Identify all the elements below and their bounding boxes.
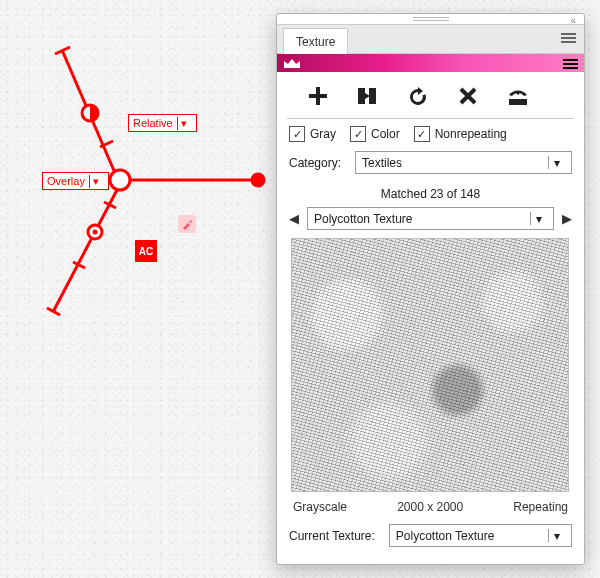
reload-icon[interactable] [405, 84, 431, 108]
panel-titlebar[interactable]: « [277, 14, 584, 24]
tab-texture[interactable]: Texture [283, 28, 348, 54]
caret-down-icon: ▾ [548, 529, 565, 542]
info-repeat: Repeating [513, 500, 568, 514]
current-texture-label: Current Texture: [289, 529, 375, 543]
caret-down-icon: ▾ [89, 175, 102, 188]
caret-down-icon: ▾ [177, 117, 190, 130]
caret-down-icon: ▾ [548, 156, 565, 169]
category-label: Category: [289, 156, 341, 170]
overlay-label: Overlay [47, 175, 85, 187]
texture-select[interactable]: Polycotton Texture ▾ [307, 207, 554, 230]
texture-info-bar: Grayscale 2000 x 2000 Repeating [277, 496, 584, 522]
checkmark-icon: ✓ [289, 126, 305, 142]
info-dims: 2000 x 2000 [397, 500, 463, 514]
apply-icon[interactable] [355, 84, 381, 108]
brush-indicator [178, 215, 196, 233]
checkbox-color[interactable]: ✓Color [350, 126, 400, 142]
relative-dropdown[interactable]: Relative ▾ [128, 114, 197, 132]
checkbox-nonrepeating[interactable]: ✓Nonrepeating [414, 126, 507, 142]
filter-checkbox-row: ✓Gray ✓Color ✓Nonrepeating [277, 119, 584, 149]
match-count: Matched 23 of 148 [277, 187, 584, 201]
texture-panel: « Texture ✓Gray ✓Color ✓Nonrepeating Cat… [276, 13, 585, 565]
checkmark-icon: ✓ [350, 126, 366, 142]
import-icon[interactable] [505, 84, 531, 108]
delete-icon[interactable] [455, 84, 481, 108]
info-mode: Grayscale [293, 500, 347, 514]
current-texture-value: Polycotton Texture [396, 529, 548, 543]
overlay-dropdown[interactable]: Overlay ▾ [42, 172, 109, 190]
category-select[interactable]: Textiles ▾ [355, 151, 572, 174]
prev-texture-button[interactable]: ◀ [289, 211, 299, 226]
crown-icon [283, 57, 301, 69]
plugin-brandbar [277, 54, 584, 72]
toolbar [287, 72, 574, 119]
relative-label: Relative [133, 117, 173, 129]
checkbox-gray-label: Gray [310, 127, 336, 141]
grip-icon [413, 17, 449, 21]
texture-nav-row: ◀ Polycotton Texture ▾ ▶ [277, 207, 584, 230]
current-texture-row: Current Texture: Polycotton Texture ▾ [277, 522, 584, 554]
caret-down-icon: ▾ [530, 212, 547, 225]
category-value: Textiles [362, 156, 548, 170]
next-texture-button[interactable]: ▶ [562, 211, 572, 226]
add-icon[interactable] [305, 84, 331, 108]
checkbox-nonrepeating-label: Nonrepeating [435, 127, 507, 141]
panel-flyout-menu[interactable] [561, 31, 576, 46]
ac-badge: AC [135, 240, 157, 262]
plugin-menu-icon[interactable] [563, 57, 578, 69]
svg-point-5 [252, 174, 264, 186]
svg-point-12 [110, 170, 130, 190]
category-row: Category: Textiles ▾ [277, 149, 584, 181]
texture-select-value: Polycotton Texture [314, 212, 530, 226]
checkbox-color-label: Color [371, 127, 400, 141]
canvas-tool-overlay: Relative ▾ Overlay ▾ AC [0, 0, 280, 400]
checkbox-gray[interactable]: ✓Gray [289, 126, 336, 142]
svg-line-6 [53, 188, 118, 312]
svg-point-8 [93, 230, 98, 235]
current-texture-select[interactable]: Polycotton Texture ▾ [389, 524, 572, 547]
texture-preview[interactable] [291, 238, 569, 492]
panel-tabbar: Texture [277, 24, 584, 54]
checkmark-icon: ✓ [414, 126, 430, 142]
